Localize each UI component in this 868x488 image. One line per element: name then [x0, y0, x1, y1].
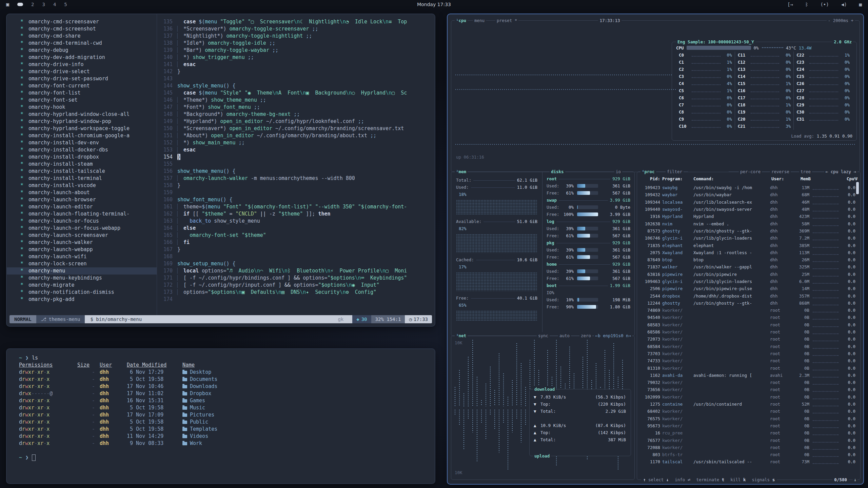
process-row[interactable]: 71837walker/usr/bin/walker --gappldhh325…	[637, 263, 855, 270]
file-item[interactable]: *omarchy-hyprland-window-close-all	[7, 111, 157, 118]
process-row[interactable]: 95673kworker/root0B0.0	[637, 422, 855, 429]
proc-column-header[interactable]: User:	[771, 175, 790, 182]
process-row[interactable]: 76575kworker/root0B0.0	[637, 415, 855, 422]
net-zero-button[interactable]: zero	[579, 332, 592, 339]
btop-menu-button[interactable]: menu	[473, 17, 486, 24]
proc-filter-input[interactable]	[688, 168, 729, 172]
file-item[interactable]: *omarchy-launch-about	[7, 189, 157, 196]
net-auto-button[interactable]: auto	[558, 332, 571, 339]
workspace-overview-icon[interactable]: ▣	[6, 1, 9, 7]
process-row[interactable]: 106746glycin-i/usr/lib/glycin-loadersdhh…	[637, 235, 855, 242]
proc-column-header[interactable]: Program:	[662, 175, 691, 182]
process-row[interactable]: 68584kworker/root0B0.0	[637, 343, 855, 350]
workspace-1-active[interactable]	[17, 3, 23, 6]
proc-action-info[interactable]: info ⏎	[675, 476, 690, 483]
file-item[interactable]: *omarchy-cmd-terminal-cwd	[7, 40, 157, 47]
file-item[interactable]: *omarchy-launch-editor	[7, 203, 157, 210]
proc-column-header[interactable]: Command:	[693, 175, 769, 182]
file-item[interactable]: *omarchy-install-chromium-google-a	[7, 132, 157, 139]
file-item[interactable]: *omarchy-cmd-screenshot	[7, 25, 157, 33]
process-row[interactable]: 109432waybar/usr/bin/waybardhh68M0.0	[637, 191, 855, 198]
process-row[interactable]: 109440swayosd-/usr/bin/swayosd-serverdhh…	[637, 206, 855, 213]
volume-icon[interactable]: ◀)	[841, 2, 847, 7]
process-row[interactable]: 74733kworker/root0B0.0	[637, 357, 855, 364]
file-item[interactable]: *omarchy-migrate	[7, 282, 157, 289]
workspace-5[interactable]: 5	[64, 2, 67, 7]
file-item[interactable]: *omarchy-install-steam	[7, 161, 157, 168]
process-row[interactable]: 71835elephantelephantdhh385M0.0	[637, 242, 855, 249]
disk-entry[interactable]: log929 GiB	[547, 218, 630, 225]
process-row[interactable]: 81310kworker/root0B0.0	[637, 364, 855, 371]
process-row[interactable]: 72073kworker/root0B0.0	[637, 336, 855, 343]
file-item[interactable]: *omarchy-install-tailscale	[7, 168, 157, 175]
process-row[interactable]: 109344localsea/usr/lib/localsearch-exdhh…	[637, 199, 855, 206]
file-item[interactable]: *omarchy-pkg-add	[7, 296, 157, 303]
proc-action-signals[interactable]: signals s	[752, 476, 775, 483]
disk-entry[interactable]: boot1.99 GiB	[547, 282, 630, 289]
process-row[interactable]: 76577kworker/root0B0.0	[637, 436, 855, 444]
process-row[interactable]: 1162avahi-daavahi-daemon: running [avahi…	[637, 372, 855, 379]
file-item[interactable]: *omarchy-launch-screensaver	[7, 232, 157, 239]
proc-box-title[interactable]: ⁴proc	[640, 168, 656, 175]
logout-icon[interactable]: [→	[787, 2, 793, 7]
process-row[interactable]: 16rcu_preeroot0B0.0	[637, 429, 855, 436]
proc-action-terminate[interactable]: terminate t	[696, 476, 724, 483]
update-interval-control[interactable]: - 2000ms +	[827, 17, 855, 24]
btop-preset-button[interactable]: preset *	[495, 17, 518, 24]
proc-tree-toggle[interactable]: tree	[799, 168, 812, 175]
file-item[interactable]: *omarchy-install-dev-env	[7, 139, 157, 146]
proc-column-header[interactable]: Cpu%	[843, 175, 857, 182]
process-row[interactable]: 1916HyprlandHyprlanddhh423M0.0	[637, 213, 855, 220]
process-row[interactable]: 74869kworker/root0B0.0	[637, 307, 855, 314]
file-item[interactable]: *omarchy-launch-or-focus	[7, 218, 157, 225]
workspace-2[interactable]: 2	[31, 2, 34, 7]
bluetooth-icon[interactable]: ᛒ	[805, 2, 808, 7]
file-item[interactable]: *omarchy-notification-dismiss	[7, 289, 157, 296]
file-item[interactable]: *omarchy-launch-floating-terminal-	[7, 210, 157, 218]
file-item[interactable]: *omarchy-hook	[7, 104, 157, 111]
process-row[interactable]: 102099kworker/root0B0.0	[637, 393, 855, 401]
process-row[interactable]: 2075XwaylandXwayland :1 -rootless -dhh11…	[637, 249, 855, 256]
process-row[interactable]: 102638nvimnvim --embed .dhh58M0.0	[637, 220, 855, 227]
prompt-line-empty[interactable]: ~❯	[19, 454, 435, 461]
file-item[interactable]: *omarchy-install-terminal	[7, 175, 157, 182]
file-item[interactable]: *omarchy-font-list	[7, 89, 157, 97]
workspace-3[interactable]: 3	[42, 2, 45, 7]
disk-entry[interactable]: home929 GiB	[547, 261, 630, 268]
process-row[interactable]: 68583kworker/root0B0.0	[637, 321, 855, 328]
process-row[interactable]: 2544dropbox/home/dhh/.dropbox-distdhh357…	[637, 292, 855, 299]
scroll-up-arrow[interactable]: ↑	[855, 175, 858, 182]
proc-filter-button[interactable]: filter	[666, 168, 684, 175]
scroll-down-arrow[interactable]: ↓	[853, 476, 857, 483]
proc-column-header[interactable]: Pid:	[640, 175, 660, 182]
file-item[interactable]: *omarchy-drive-info	[7, 61, 157, 68]
file-item[interactable]: *omarchy-dev-add-migration	[7, 54, 157, 61]
process-row[interactable]: 73656kworker/root0B0.0	[637, 386, 855, 393]
wifi-icon[interactable]: (•)	[820, 2, 829, 7]
file-item[interactable]: *omarchy-launch-or-focus-webapp	[7, 225, 157, 232]
proc-action-select[interactable]: ↑ select ↓	[643, 476, 669, 483]
file-item[interactable]: *omarchy-launch-walker	[7, 239, 157, 246]
file-item[interactable]: *omarchy-cmd-share	[7, 33, 157, 40]
process-row[interactable]: 2506pipewire/usr/bin/pipewire-pulsedhh14…	[637, 285, 855, 292]
disk-entry[interactable]: root929 GiB	[547, 175, 630, 182]
file-item[interactable]: *omarchy-install-vscode	[7, 182, 157, 189]
file-item[interactable]: *omarchy-hyprland-window-pop	[7, 118, 157, 125]
process-row[interactable]: 1170tailscal/usr/sbin/tailscaled --root7…	[637, 458, 855, 465]
file-item[interactable]: *omarchy-menu	[7, 267, 157, 274]
cpu-box-title[interactable]: ¹cpu	[455, 17, 468, 24]
workspace-4[interactable]: 4	[53, 2, 56, 7]
net-interface-selector[interactable]: ←b enp191s0 n→	[594, 332, 632, 339]
file-item[interactable]: *omarchy-drive-select	[7, 68, 157, 75]
file-item[interactable]: *omarchy-hyprland-workspace-toggle	[7, 125, 157, 132]
process-row[interactable]: 109423swaybg/usr/bin/swaybg -i /homdhh13…	[637, 184, 855, 191]
disk-entry[interactable]: pkg929 GiB	[547, 239, 630, 246]
file-item[interactable]: *omarchy-install-dropbox	[7, 154, 157, 161]
net-box-title[interactable]: ³net	[455, 332, 468, 339]
terminal-cursor[interactable]	[32, 454, 36, 461]
process-row[interactable]: 12244ghostty/usr/bin/ghostty --gtk-dhh86…	[637, 300, 855, 307]
file-item[interactable]: *omarchy-launch-browser	[7, 196, 157, 203]
proc-column-header[interactable]	[813, 175, 841, 182]
cpu-chip-icon[interactable]: ▦	[859, 2, 862, 7]
process-row[interactable]: 63816pipewire/usr/bin/pipewiredhh25M0.0	[637, 271, 855, 278]
